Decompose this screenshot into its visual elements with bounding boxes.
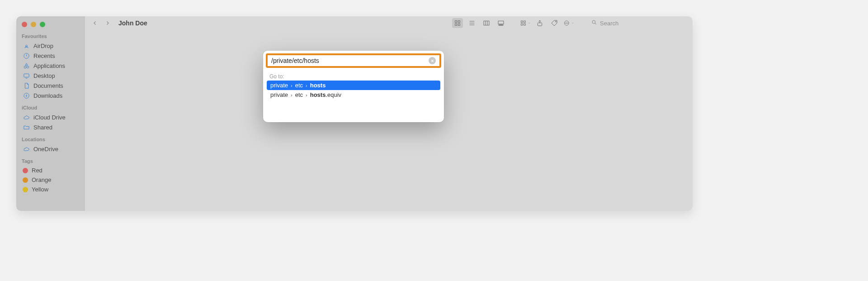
share-button[interactable] <box>534 18 545 28</box>
tags-button[interactable] <box>549 18 560 28</box>
sidebar-item-label: iCloud Drive <box>33 114 66 121</box>
window-controls <box>22 22 80 27</box>
path-match: hosts <box>310 91 326 98</box>
sidebar-tag-yellow[interactable]: Yellow <box>22 185 80 194</box>
toolbar: John Doe Search <box>85 16 693 30</box>
sidebar-section-label: iCloud <box>22 105 80 110</box>
go-to-heading: Go to: <box>263 71 444 81</box>
sidebar-item-downloads[interactable]: Downloads <box>22 90 80 100</box>
chevron-right-icon: › <box>291 83 292 88</box>
group-by-button[interactable] <box>520 18 531 28</box>
go-to-folder-dialog: Go to: private › etc › hosts private › e… <box>263 51 444 122</box>
svg-rect-4 <box>24 74 28 77</box>
svg-rect-7 <box>458 21 460 23</box>
chevron-right-icon: › <box>291 92 292 98</box>
sidebar-section-label: Tags <box>22 158 80 164</box>
document-icon <box>23 82 30 89</box>
sidebar-item-label: OneDrive <box>33 146 58 152</box>
fullscreen-window-button[interactable] <box>40 22 45 27</box>
sidebar-item-airdrop[interactable]: AirDrop <box>22 41 80 51</box>
svg-point-25 <box>592 20 595 24</box>
window-title: John Doe <box>118 19 147 27</box>
svg-rect-8 <box>455 24 457 25</box>
sidebar-section-label: Favourites <box>22 33 80 39</box>
svg-rect-15 <box>521 21 523 23</box>
sidebar-tag-red[interactable]: Red <box>22 166 80 175</box>
go-to-suggestion-row[interactable]: private › etc › hosts.equiv <box>267 90 440 100</box>
svg-point-3 <box>27 66 28 68</box>
clock-icon <box>23 52 30 59</box>
sidebar-item-label: Recents <box>33 52 55 59</box>
svg-point-22 <box>565 23 566 23</box>
sidebar-item-label: Shared <box>33 124 52 131</box>
sidebar-item-label: Downloads <box>33 92 62 99</box>
tag-dot-icon <box>23 168 28 173</box>
path-segment: etc <box>295 91 303 98</box>
sidebar-item-label: Red <box>32 167 42 174</box>
tag-dot-icon <box>23 187 28 192</box>
download-icon <box>23 92 30 99</box>
sidebar-item-label: Applications <box>33 62 65 69</box>
tag-dot-icon <box>23 177 28 183</box>
svg-rect-6 <box>455 21 457 23</box>
close-window-button[interactable] <box>22 22 27 27</box>
go-to-suggestion-row[interactable]: private › etc › hosts <box>267 81 440 90</box>
svg-rect-14 <box>502 24 503 25</box>
search-field[interactable]: Search <box>588 18 687 29</box>
desktop-icon <box>23 72 30 79</box>
folder-icon <box>23 124 30 131</box>
view-columns-button[interactable] <box>481 18 492 28</box>
path-segment: etc <box>295 82 303 89</box>
cloud-icon <box>23 114 30 121</box>
sidebar-item-recents[interactable]: Recents <box>22 51 80 61</box>
view-gallery-button[interactable] <box>495 18 506 28</box>
svg-rect-10 <box>484 21 489 25</box>
svg-rect-16 <box>524 21 526 23</box>
svg-rect-9 <box>458 24 460 25</box>
chevron-right-icon: › <box>306 83 307 88</box>
svg-rect-2 <box>24 66 26 68</box>
go-to-suggestions: private › etc › hosts private › etc › ho… <box>263 81 444 100</box>
sidebar-item-desktop[interactable]: Desktop <box>22 71 80 81</box>
sidebar-item-label: Documents <box>33 82 63 89</box>
path-segment: private <box>270 91 288 98</box>
svg-rect-17 <box>521 24 523 25</box>
svg-rect-18 <box>524 24 526 25</box>
minimize-window-button[interactable] <box>31 22 36 27</box>
go-to-input-highlight <box>266 53 441 68</box>
sidebar-item-label: AirDrop <box>33 43 53 49</box>
sidebar-item-label: Orange <box>32 176 51 183</box>
cloud-icon <box>23 145 30 152</box>
path-match: hosts <box>310 82 326 89</box>
svg-point-23 <box>566 23 567 23</box>
apps-icon <box>23 62 30 69</box>
airdrop-icon <box>23 42 30 49</box>
forward-button[interactable] <box>103 19 112 28</box>
sidebar-item-onedrive[interactable]: OneDrive <box>22 144 80 154</box>
view-icons-button[interactable] <box>452 18 463 28</box>
sidebar-item-shared[interactable]: Shared <box>22 122 80 132</box>
svg-rect-13 <box>500 24 502 25</box>
svg-point-20 <box>555 21 556 22</box>
search-placeholder: Search <box>600 20 618 27</box>
svg-point-24 <box>567 23 568 23</box>
sidebar-item-label: Yellow <box>32 186 48 193</box>
sidebar-item-icloud-drive[interactable]: iCloud Drive <box>22 112 80 122</box>
action-button[interactable] <box>563 18 574 28</box>
path-suffix: .equiv <box>326 91 341 98</box>
search-icon <box>591 19 597 27</box>
svg-rect-12 <box>499 24 500 25</box>
chevron-right-icon: › <box>306 92 307 98</box>
clear-input-button[interactable] <box>429 57 436 64</box>
sidebar: Favourites AirDrop Recents Applications … <box>16 16 85 211</box>
sidebar-tag-orange[interactable]: Orange <box>22 175 80 185</box>
path-segment: private <box>270 82 288 89</box>
sidebar-item-documents[interactable]: Documents <box>22 81 80 90</box>
sidebar-section-label: Locations <box>22 137 80 142</box>
view-list-button[interactable] <box>467 18 477 28</box>
sidebar-item-applications[interactable]: Applications <box>22 61 80 71</box>
back-button[interactable] <box>90 19 99 28</box>
go-to-path-input[interactable] <box>271 57 425 64</box>
sidebar-item-label: Desktop <box>33 72 55 79</box>
svg-rect-11 <box>498 21 504 24</box>
